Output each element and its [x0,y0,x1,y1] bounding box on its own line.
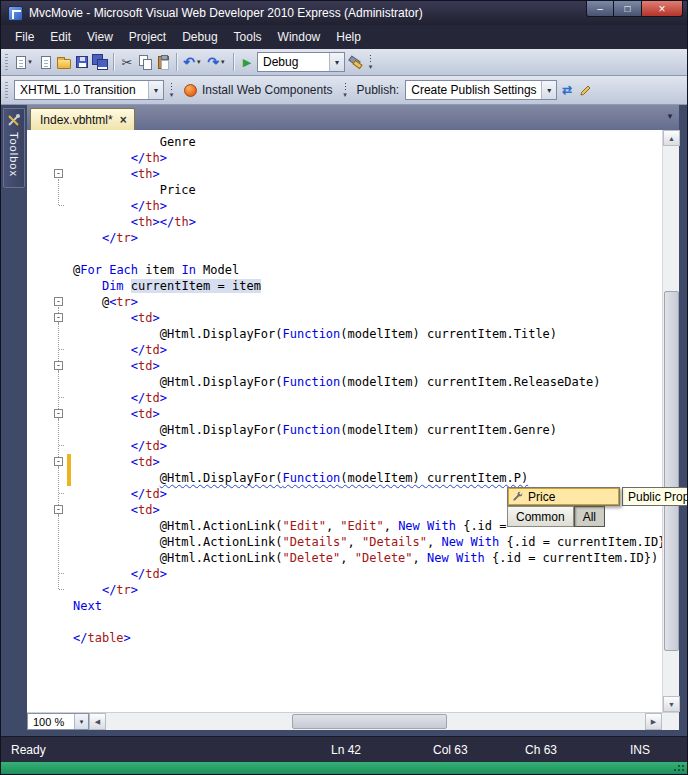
menu-file[interactable]: File [7,27,42,47]
code-line[interactable]: Next [27,598,662,614]
fold-toggle-icon[interactable]: - [54,457,63,466]
code-line[interactable]: - <td> [27,454,662,470]
code-line[interactable]: - <td> [27,358,662,374]
code-line[interactable]: @Html.ActionLink("Details", "Details", N… [27,534,662,550]
start-debugging-button[interactable]: ▶ [239,52,255,72]
find-tool-button[interactable] [347,52,363,72]
intellisense-tab-all[interactable]: All [574,506,605,527]
code-line[interactable]: <th></th> [27,214,662,230]
tab-close-icon[interactable]: × [120,114,127,126]
code-line[interactable] [27,614,662,630]
redo-button[interactable]: ↷▾ [206,52,228,72]
menu-help[interactable]: Help [328,27,369,47]
menu-tools[interactable]: Tools [226,27,270,47]
code-line[interactable]: </td> [27,390,662,406]
menu-project[interactable]: Project [121,27,174,47]
chevron-down-icon[interactable]: ▾ [219,58,227,66]
toolbar-overflow-button[interactable]: ▾ [340,76,351,104]
fold-toggle-icon[interactable]: - [54,169,63,178]
maximize-button[interactable]: □ [614,1,641,17]
title-bar[interactable]: MvcMovie - Microsoft Visual Web Develope… [1,1,687,25]
minimize-button[interactable]: – [586,1,614,17]
publish-button[interactable]: ⇄ [559,80,575,100]
undo-button[interactable]: ↶▾ [182,52,204,72]
open-folder-icon [57,59,71,69]
code-line[interactable]: - <td> [27,406,662,422]
menu-view[interactable]: View [79,27,121,47]
pencil-icon [579,84,592,97]
zoom-combo[interactable]: 100 % ▾ [27,713,89,730]
fold-toggle-icon[interactable]: - [54,361,63,370]
chevron-down-icon[interactable]: ▾ [148,81,163,99]
code-line[interactable]: </th> [27,150,662,166]
menu-window[interactable]: Window [270,27,329,47]
chevron-down-icon[interactable]: ▾ [74,714,88,729]
copy-button[interactable] [137,52,153,72]
toolbar-overflow-button[interactable]: ▾ [365,49,376,75]
vertical-scrollbar-thumb[interactable] [664,291,679,651]
code-line[interactable]: - @<tr> [27,294,662,310]
scroll-left-icon[interactable]: ◀ [89,713,106,730]
code-line[interactable]: @Html.DisplayFor(Function(modelItem) cur… [27,422,662,438]
chevron-down-icon[interactable]: ▾ [541,81,556,99]
save-button[interactable] [74,52,90,72]
code-line[interactable]: </td> [27,438,662,454]
menu-debug[interactable]: Debug [174,27,225,47]
code-line[interactable]: </table> [27,630,662,646]
code-line[interactable]: </tr> [27,582,662,598]
edit-publish-button[interactable] [577,80,593,100]
code-line[interactable]: @Html.ActionLink("Delete", "Delete", New… [27,550,662,566]
toolbar-grip[interactable] [5,82,8,98]
save-all-button[interactable] [92,52,108,72]
code-line[interactable]: @Html.DisplayFor(Function(modelItem) cur… [27,374,662,390]
code-line[interactable]: @Html.DisplayFor(Function(modelItem) cur… [27,470,662,486]
publish-settings-combo[interactable]: Create Publish Settings ▾ [405,80,557,100]
vertical-scrollbar[interactable]: ▲ ▼ [662,130,679,712]
code-line[interactable]: </th> [27,198,662,214]
code-line[interactable]: Dim currentItem = item [27,278,662,294]
toolbox-tab[interactable]: Toolbox [3,108,25,188]
chevron-down-icon[interactable]: ▾ [195,58,203,66]
fold-toggle-icon[interactable]: - [54,297,63,306]
chevron-down-icon[interactable]: ▾ [329,53,344,71]
horizontal-scrollbar[interactable]: ◀ ▶ [89,713,662,730]
open-file-button[interactable] [56,52,72,72]
install-web-components-button[interactable]: Install Web Components [179,79,338,101]
code-line[interactable]: @For Each item In Model [27,262,662,278]
intellisense-item-price[interactable]: Price [508,488,619,505]
fold-toggle-icon[interactable]: - [54,313,63,322]
code-line[interactable]: @Html.DisplayFor(Function(modelItem) cur… [27,326,662,342]
scroll-down-icon[interactable]: ▼ [663,696,680,712]
code-line[interactable]: Price [27,182,662,198]
code-line[interactable]: </td> [27,342,662,358]
code-line[interactable] [27,246,662,262]
toolbar-overflow-button[interactable]: ▾ [166,76,177,104]
paste-button[interactable] [155,52,171,72]
menu-edit[interactable]: Edit [42,27,79,47]
close-button[interactable]: × [641,1,683,17]
cut-button[interactable]: ✂ [119,52,135,72]
toolbar-grip[interactable] [5,54,8,70]
tab-index-vbhtml[interactable]: Index.vbhtml* × [30,108,135,130]
solution-configuration-combo[interactable]: Debug ▾ [257,52,345,72]
chevron-down-icon[interactable]: ▾ [26,58,34,66]
resize-grip[interactable] [672,763,684,771]
scroll-right-icon[interactable]: ▶ [645,713,662,730]
scroll-up-icon[interactable]: ▲ [663,130,680,146]
code-line[interactable]: Genre [27,134,662,150]
code-editor[interactable]: Genre </th>- <th> Price </th> <th></th> … [27,130,662,712]
new-project-button[interactable]: ▾ [14,52,36,72]
doctype-combo[interactable]: XHTML 1.0 Transition ▾ [14,80,164,100]
add-item-button[interactable] [38,52,54,72]
code-line[interactable]: </tr> [27,230,662,246]
code-line[interactable]: - <th> [27,166,662,182]
code-line[interactable]: </td> [27,566,662,582]
horizontal-scrollbar-thumb[interactable] [292,714,447,729]
intellisense-tab-common[interactable]: Common [507,506,574,527]
property-icon [511,490,524,503]
sync-arrows-icon: ⇄ [562,84,572,96]
fold-toggle-icon[interactable]: - [54,409,63,418]
document-list-chevron-icon[interactable]: ▼ [666,112,674,121]
fold-toggle-icon[interactable]: - [54,505,63,514]
code-line[interactable]: - <td> [27,310,662,326]
